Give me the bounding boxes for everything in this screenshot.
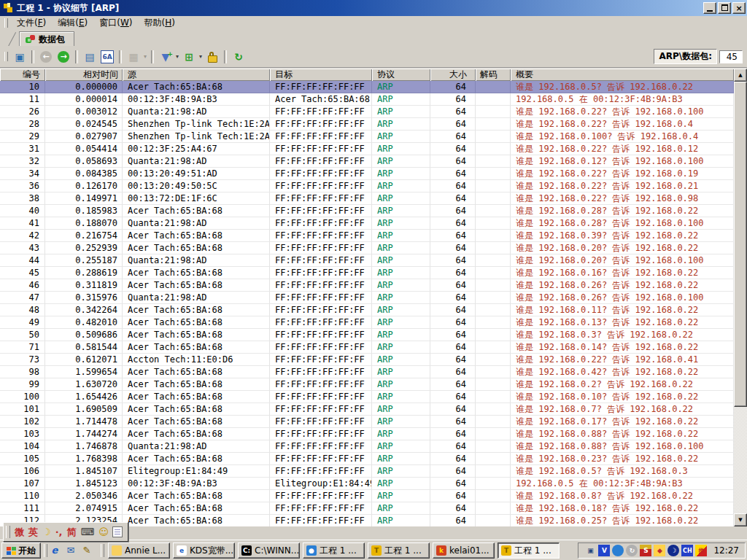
packet-row-42[interactable]: 420.216754Acer Tach:65:BA:68FF:FF:FF:FF:… — [0, 230, 734, 242]
export-packet-dropdown-arrow-icon[interactable]: ▾ — [198, 53, 204, 60]
ime-logo-icon[interactable]: 微 — [15, 525, 24, 540]
column-header-1[interactable]: 编号 — [0, 69, 45, 81]
tab-packets[interactable]: 数据包 — [19, 31, 74, 47]
filter-button[interactable]: ▼+ — [157, 49, 174, 65]
column-header-5[interactable]: 协议 — [372, 69, 430, 81]
ch-lang-icon[interactable]: CH — [681, 545, 693, 556]
packet-row-100[interactable]: 1001.654426Acer Tach:65:BA:68FF:FF:FF:FF… — [0, 391, 734, 403]
packet-row-45[interactable]: 450.288619Acer Tach:65:BA:68FF:FF:FF:FF:… — [0, 267, 734, 279]
packet-row-46[interactable]: 460.311819Acer Tach:65:BA:68FF:FF:FF:FF:… — [0, 279, 734, 292]
taskbar-task-5[interactable]: T工程 1 ... — [368, 542, 430, 559]
packet-row-29[interactable]: 290.027907Shenzhen Tp-link Tech:1E:2A:9E… — [0, 131, 734, 143]
taskbar-task-7[interactable]: T工程 1 ... — [498, 542, 560, 559]
column-header-3[interactable]: 源 — [123, 69, 270, 81]
scrollbar-track[interactable] — [734, 407, 747, 513]
column-header-4[interactable]: 目标 — [270, 69, 372, 81]
network-tray-icon[interactable]: ▣ — [584, 545, 596, 556]
ime-toolbar[interactable]: 微英☽·,简⌨☺ — [3, 522, 128, 542]
ime-pad-icon[interactable]: ☺ — [98, 525, 109, 540]
packet-row-107[interactable]: 1071.84512300:12:3F:4B:9A:B3Elitegroup:E… — [0, 478, 734, 490]
packet-row-28[interactable]: 280.024545Shenzhen Tp-link Tech:1E:2A:9E… — [0, 118, 734, 131]
packet-row-41[interactable]: 410.188070Quanta:21:98:ADFF:FF:FF:FF:FF:… — [0, 217, 734, 230]
packet-row-71[interactable]: 710.581544Acer Tach:65:BA:68FF:FF:FF:FF:… — [0, 341, 734, 354]
security-suite-icon[interactable]: S — [640, 545, 651, 556]
ime-notepad-icon[interactable] — [112, 526, 123, 537]
column-header-7[interactable]: 解码 — [476, 69, 511, 81]
forward-button[interactable]: → — [55, 49, 72, 65]
toolbar-grip[interactable] — [4, 52, 8, 61]
packet-row-73[interactable]: 730.612071Accton Tech:11:E0:D6FF:FF:FF:F… — [0, 354, 734, 366]
packet-row-102[interactable]: 1021.714478Acer Tach:65:BA:68FF:FF:FF:FF… — [0, 416, 734, 428]
export-packet-button[interactable]: ⊞ — [180, 49, 198, 65]
taskbar-task-4[interactable]: ●工程 1 ... — [303, 542, 365, 559]
packet-row-11[interactable]: 110.00001400:12:3F:4B:9A:B3Acer Tach:65:… — [0, 93, 734, 106]
ime-drag-handle[interactable] — [6, 526, 10, 538]
ime-charset-mode[interactable]: 简 — [67, 525, 77, 540]
ie-icon[interactable]: e — [48, 543, 61, 556]
taskbar-task-6[interactable]: kkelai01... — [433, 542, 495, 559]
packet-row-105[interactable]: 1051.768398Acer Tach:65:BA:68FF:FF:FF:FF… — [0, 453, 734, 465]
scrollbar-thumb[interactable] — [734, 82, 747, 407]
column-header-8[interactable]: 概要 — [511, 69, 734, 81]
packet-row-26[interactable]: 260.003012Quanta:21:98:ADFF:FF:FF:FF:FF:… — [0, 106, 734, 118]
restore-button[interactable] — [718, 2, 731, 14]
scroll-up-button[interactable]: ▲ — [734, 69, 747, 82]
packet-row-36[interactable]: 360.12617000:13:20:49:50:5CFF:FF:FF:FF:F… — [0, 180, 734, 192]
menu-item-f[interactable]: 文件(F) — [11, 15, 52, 31]
packet-row-49[interactable]: 490.482010Acer Tach:65:BA:68FF:FF:FF:FF:… — [0, 316, 734, 329]
mail-icon[interactable]: ✉ — [64, 543, 77, 556]
packet-row-34[interactable]: 340.08438500:13:20:49:51:ADFF:FF:FF:FF:F… — [0, 168, 734, 180]
taskbar-grip2[interactable] — [101, 544, 104, 557]
minimize-button[interactable] — [703, 2, 716, 14]
packet-row-98[interactable]: 981.599654Acer Tach:65:BA:68FF:FF:FF:FF:… — [0, 366, 734, 378]
packet-row-101[interactable]: 1011.690509Acer Tach:65:BA:68FF:FF:FF:FF… — [0, 403, 734, 416]
packet-row-44[interactable]: 440.255187Quanta:21:98:ADFF:FF:FF:FF:FF:… — [0, 254, 734, 267]
vertical-scrollbar[interactable]: ▲ ▼ — [734, 69, 747, 526]
close-button[interactable]: × — [732, 2, 746, 14]
menu-item-e[interactable]: 编辑(E) — [52, 15, 93, 31]
packet-row-106[interactable]: 1061.845107Elitegroup:E1:84:49FF:FF:FF:F… — [0, 465, 734, 478]
start-button[interactable]: 开始 — [1, 542, 41, 559]
packet-row-50[interactable]: 500.509686Acer Tach:65:BA:68FF:FF:FF:FF:… — [0, 329, 734, 341]
packet-row-99[interactable]: 991.630720Acer Tach:65:BA:68FF:FF:FF:FF:… — [0, 378, 734, 391]
packet-row-110[interactable]: 1102.050346Acer Tach:65:BA:68FF:FF:FF:FF… — [0, 490, 734, 502]
update-tray-icon[interactable]: ↻ — [626, 545, 638, 556]
menu-item-w[interactable]: 窗口(W) — [93, 15, 138, 31]
packet-row-31[interactable]: 310.05441400:12:3F:25:A4:67FF:FF:FF:FF:F… — [0, 143, 734, 155]
packet-row-104[interactable]: 1041.746878Quanta:21:98:ADFF:FF:FF:FF:FF… — [0, 440, 734, 453]
capture-analyzer-icon[interactable]: ◆ — [654, 545, 665, 556]
packet-row-47[interactable]: 470.315976Quanta:21:98:ADFF:FF:FF:FF:FF:… — [0, 292, 734, 304]
lock-button[interactable] — [204, 49, 221, 65]
detail-view-button[interactable]: ▣ — [11, 49, 28, 65]
packet-row-111[interactable]: 1112.074915Acer Tach:65:BA:68FF:FF:FF:FF… — [0, 502, 734, 515]
ime-punct-mode[interactable]: ·, — [55, 525, 63, 540]
packet-row-40[interactable]: 400.185983Acer Tach:65:BA:68FF:FF:FF:FF:… — [0, 205, 734, 217]
packet-row-38[interactable]: 380.14997100:13:72:DE:1F:6CFF:FF:FF:FF:F… — [0, 192, 734, 205]
taskbar-grip[interactable] — [44, 544, 47, 557]
copy-button[interactable]: ▤ — [81, 49, 98, 65]
column-header-6[interactable]: 大小 — [430, 69, 476, 81]
packet-row-103[interactable]: 1031.744274Acer Tach:65:BA:68FF:FF:FF:FF… — [0, 428, 734, 440]
menubar-grip[interactable] — [4, 18, 8, 28]
scroll-down-button[interactable]: ▼ — [734, 513, 747, 526]
filter-dropdown-arrow-icon[interactable]: ▾ — [174, 53, 180, 60]
taskbar-task-1[interactable]: Annie L... — [108, 542, 170, 559]
ime-softkeyboard-icon[interactable]: ⌨ — [81, 525, 95, 540]
taskbar-task-3[interactable]: C:C:\WINN... — [238, 542, 300, 559]
packet-row-10[interactable]: 100.000000Acer Tach:65:BA:68FF:FF:FF:FF:… — [0, 81, 734, 93]
packet-row-48[interactable]: 480.342264Acer Tach:65:BA:68FF:FF:FF:FF:… — [0, 304, 734, 316]
ime-lang-mode[interactable]: 英 — [28, 525, 38, 540]
menu-item-h[interactable]: 帮助(H) — [139, 15, 181, 31]
globe-tray-icon[interactable] — [612, 545, 624, 556]
packet-row-32[interactable]: 320.058693Quanta:21:98:ADFF:FF:FF:FF:FF:… — [0, 155, 734, 168]
crescent-icon[interactable]: ☽ — [667, 545, 679, 556]
refresh-button[interactable]: ↻ — [230, 49, 247, 65]
packet-row-43[interactable]: 430.252939Acer Tach:65:BA:68FF:FF:FF:FF:… — [0, 242, 734, 254]
mspy-ime-icon[interactable]: 拼 — [695, 545, 707, 556]
antivirus-shield-icon[interactable]: V — [598, 545, 610, 556]
compose-icon[interactable]: ✎ — [80, 543, 93, 556]
column-header-2[interactable]: 相对时间 — [45, 69, 123, 81]
taskbar-task-2[interactable]: eKDS宽带... — [173, 542, 235, 559]
hex-decode-button[interactable]: 6A — [98, 49, 116, 65]
ime-width-mode-icon[interactable]: ☽ — [42, 525, 51, 540]
